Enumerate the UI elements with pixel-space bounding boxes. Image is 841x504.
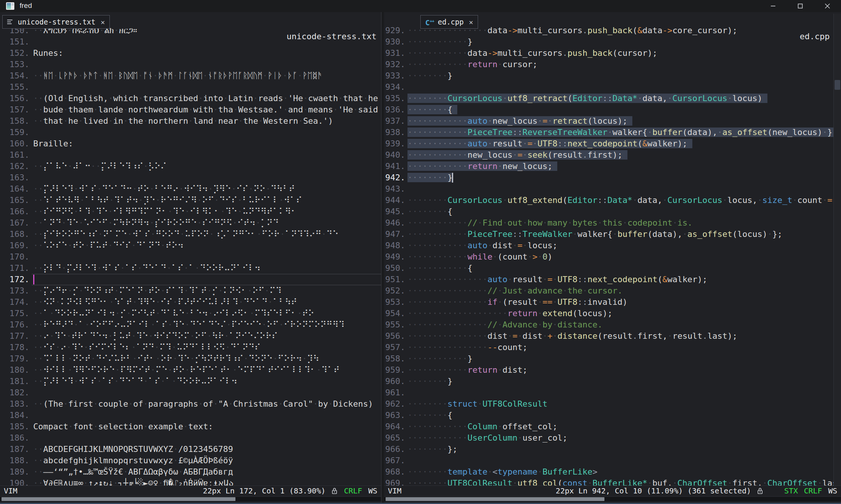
code-line[interactable]: 166.··⠎⠊⠛⠝⠫·⠃⠹·⠹⠑·⠊⠇⠻⠛⠹⠍⠁⠝⠂·⠹⠑·⠊⠇⠻⠅⠂·⠹⠑·… [0,206,381,217]
code-line[interactable]: 168.··⡎⠊⠗⠕⠕⠛⠑⠰⠎·⠝⠁⠍⠑·⠺⠁⠎·⠛⠕⠕⠙·⠥⠏⠕⠝·⠰⡡⠁⠝⠛… [0,229,381,240]
code-line[interactable]: 153. [0,59,381,70]
minimize-button[interactable] [760,0,787,12]
code-line[interactable]: 180.··⠺⠊⠇⠇·⠹⠻⠑⠋⠕⠗⠑·⠏⠻⠍⠊⠞·⠍⠑·⠞⠕·⠗⠑⠏⠑⠁⠞⠂·⠑… [0,364,381,376]
code-line[interactable]: 174.··⠪⠝·⠅⠝⠪⠇⠫⠛⠑⠂·⠱⠁⠞·⠹⠻⠑·⠊⠎·⠏⠜⠞⠊⠊⠥⠇⠜⠇⠹·… [0,297,381,308]
code-line[interactable]: 945.········{ [384,206,841,217]
code-line[interactable]: 165.··⠱⠁⠞⠑⠧⠻·⠁⠃⠳⠞·⠹⠁⠞⠲·⡹⠑·⠗⠑⠛⠊⠌⠻·⠕⠋·⠙⠊⠎·… [0,195,381,206]
code-line[interactable]: 959.············return·dist; [384,364,841,376]
code-line[interactable]: 158.··that·he·lived·in·the·northern·land… [0,115,381,127]
close-button[interactable] [814,0,841,12]
code-line[interactable]: 167.··⠁⠝⠙·⠹⠑·⠡⠊⠑⠋·⠍⠳⠗⠝⠻⠲·⡎⠊⠗⠕⠕⠛⠑·⠎⠊⠛⠝⠫·⠊… [0,217,381,229]
code-line[interactable]: 968.········template·<typename·BufferLik… [384,466,841,478]
code-line[interactable]: 949.············while·(count·>·0) [384,251,841,263]
tab-close-icon[interactable]: ✕ [469,18,473,26]
right-hscroll-thumb[interactable] [386,497,604,501]
code-line[interactable]: 961. [384,387,841,398]
code-line[interactable]: 931.············data->multi_cursors.push… [384,48,841,59]
tab-close-icon[interactable]: ✕ [101,18,105,26]
code-line[interactable]: 941.············return·new_locus; [384,161,841,172]
code-line[interactable]: 173.··⡍⠔⠙⠖·⡊·⠙⠕⠝⠰⠞·⠍⠑⠁⠝·⠞⠕·⠎⠁⠹·⠹⠁⠞·⡊·⠅⠝⠪… [0,285,381,297]
code-line[interactable]: 177.··⠔·⠹⠑·⠞⠗⠁⠙⠑⠲·⡃⠥⠞·⠹⠑·⠺⠊⠎⠙⠕⠍·⠕⠋·⠳⠗·⠁⠝… [0,330,381,342]
code-line[interactable]: 188.··abcdefghijklmnopqrstuvwxyz·£©µÀÆÖÞ… [0,455,381,466]
code-line[interactable]: 948.············auto·dist·=·locus; [384,240,841,251]
code-line[interactable]: 155. [0,81,381,93]
code-line[interactable]: 955.················//·Advance·by·distan… [384,319,841,330]
code-line[interactable]: 935.········CursorLocus·utf8_retract(Edi… [384,93,841,104]
code-line[interactable]: 932.············return·cursor; [384,59,841,70]
code-line[interactable]: 185.Compact·font·selection·example·text: [0,421,381,432]
title-bar[interactable]: fred [0,0,841,12]
code-line[interactable]: 943. [384,183,841,195]
line-text: ········} [407,70,841,81]
code-line[interactable]: 182. [0,387,381,398]
code-line[interactable]: 942.········} [384,172,841,183]
code-line[interactable]: 936.········{ [384,104,841,115]
code-line[interactable]: 957.················--count; [384,342,841,353]
code-line[interactable]: 938.············PieceTree::ReverseTreeWa… [384,127,841,138]
code-line[interactable]: 934. [384,81,841,93]
code-line[interactable]: 154.··ᚻᛖ·ᚳᚹᚫᚦ·ᚦᚫᛏ·ᚻᛖ·ᛒᚢᛞᛖ·ᚩᚾ·ᚦᚫᛗ·ᛚᚪᚾᛞᛖ·ᚾ… [0,70,381,81]
left-horizontal-scrollbar[interactable] [0,496,381,501]
code-line[interactable]: 175.··⠁·⠙⠕⠕⠗⠤⠝⠁⠊⠇⠲·⡊·⠍⠊⠣⠞·⠙⠁⠧⠑·⠃⠑⠲·⠔⠊⠇⠔⠫… [0,308,381,319]
right-editor-pane[interactable]: C++ ed.cpp ✕ ed.cpp 929.················… [384,12,841,503]
code-line[interactable]: 189.··–—‘“”„†•…‰™œŠŸž€·ΑΒΓΔΩαβγδω·АБВГДа… [0,466,381,478]
code-line[interactable]: 161. [0,149,381,161]
code-line[interactable]: 951.················auto·result·=·UTF8::… [384,274,841,285]
code-line[interactable]: 954.····················return·extend(lo… [384,308,841,319]
code-line[interactable]: 947.············PieceTree::TreeWalker·wa… [384,229,841,240]
code-line[interactable]: 181.··⡍⠜⠇⠑⠹·⠺⠁⠎·⠁⠎·⠙⠑⠁⠙·⠁⠎·⠁·⠙⠕⠕⠗⠤⠝⠁⠊⠇⠲ [0,376,381,387]
code-line[interactable]: 967. [384,455,841,466]
code-line[interactable]: 178.··⠊⠎·⠔·⠹⠑·⠎⠊⠍⠊⠇⠑⠆·⠁⠝⠙·⠍⠹·⠥⠝⠙⠁⠇⠇⠪⠫·⠙⠁… [0,342,381,353]
line-text: ··ABCDEFGHIJKLMNOPQRSTUVWXYZ·/0123456789 [33,444,381,455]
code-line[interactable]: 184. [0,410,381,421]
code-line[interactable]: 179.··⠩⠁⠇⠇·⠝⠕⠞·⠙⠊⠌⠥⠗⠃·⠊⠞⠂·⠕⠗·⠹⠑·⡊⠳⠝⠞⠗⠹⠰⠎… [0,353,381,364]
code-line[interactable]: 969.········UTF8ColResult·utf8_col(const… [384,478,841,486]
right-code-area[interactable]: 929.················data->multi_cursors.… [384,12,841,486]
code-line[interactable]: 960.········} [384,376,841,387]
code-line[interactable]: 157.··bude·thaem·lande·northweardum·with… [0,104,381,115]
code-line[interactable]: 956.················dist·=·dist·+·distan… [384,330,841,342]
code-line[interactable]: 190.··∀∂∈ℝ∧∪≡∞·↑↗↨↻⇣·┐┼╔╘░►☺♀·ﬁ�⑀₂ἠḂӥẄɐː… [0,478,381,486]
code-line[interactable]: 162.··⡌⠁⠧⠑·⠼⠁⠒··⡍⠜⠇⠑⠹⠰⠎·⡣⠕⠌ [0,161,381,172]
code-line[interactable]: 964.············Column·offset_col; [384,421,841,432]
right-vertical-scrollbar[interactable] [833,14,841,486]
left-hscroll-thumb[interactable] [2,497,235,501]
code-line[interactable]: 962.········struct·UTF8ColResult [384,398,841,410]
code-line[interactable]: 170. [0,251,381,263]
right-vscroll-thumb[interactable] [835,80,840,90]
code-line[interactable]: 186. [0,432,381,444]
code-line[interactable]: 169.··⠡⠕⠎⠑·⠞⠕·⠏⠥⠞·⠙⠊⠎·⠙⠁⠝⠙·⠞⠕⠲ [0,240,381,251]
code-line[interactable]: 183.··(The·first·couple·of·paragraphs·of… [0,398,381,410]
code-line[interactable]: 946.············//·Find·out·how·many·byt… [384,217,841,229]
left-code-area[interactable]: 150.··እግርህን·በፍራሽህ·ልክ·ዘርጋ።151.152.Runes:1… [0,12,381,486]
code-line[interactable]: 953.················if·(result·==·UTF8::… [384,297,841,308]
code-line[interactable]: 939.············auto·result·=·UTF8::next… [384,138,841,149]
code-line[interactable]: 172. [0,274,381,285]
code-line[interactable]: 152.Runes: [0,48,381,59]
line-number: 163. [0,172,29,183]
code-line[interactable]: 164.··⡍⠜⠇⠑⠹·⠺⠁⠎·⠙⠑⠁⠙⠒·⠞⠕·⠃⠑⠛⠔·⠺⠊⠹⠲·⡹⠻⠑·⠊… [0,183,381,195]
code-line[interactable]: 156.··(Old·English,·which·transcribed·in… [0,93,381,104]
tab-ed-cpp[interactable]: C++ ed.cpp ✕ [420,15,478,29]
code-line[interactable]: 930.············} [384,36,841,48]
code-line[interactable]: 176.··⠗⠑⠛⠜⠙·⠁·⠊⠕⠋⠋⠔⠤⠝⠁⠊⠇·⠁⠎·⠹⠑·⠙⠑⠁⠙⠑⠌·⠏⠊… [0,319,381,330]
code-line[interactable]: 171.··⡕⠇⠙·⡍⠜⠇⠑⠹·⠺⠁⠎·⠁⠎·⠙⠑⠁⠙·⠁⠎·⠁·⠙⠕⠕⠗⠤⠝⠁… [0,263,381,274]
right-horizontal-scrollbar[interactable] [384,496,841,501]
left-editor-pane[interactable]: unicode-stress.txt ✕ unicode-stress.txt … [0,12,381,503]
code-line[interactable]: 958.············} [384,353,841,364]
code-line[interactable]: 159. [0,127,381,138]
code-line[interactable]: 944.········CursorLocus·utf8_extend(Edit… [384,195,841,206]
code-line[interactable]: 940.············new_locus·=·seek(result.… [384,149,841,161]
code-line[interactable]: 933.········} [384,70,841,81]
code-line[interactable]: 952.················//·Just·advance·the·… [384,285,841,297]
code-line[interactable]: 937.············auto·new_locus·=·retract… [384,115,841,127]
code-line[interactable]: 950.············{ [384,263,841,274]
code-line[interactable]: 963.········{ [384,410,841,421]
code-line[interactable]: 965.············UserColumn·user_col; [384,432,841,444]
maximize-button[interactable] [787,0,814,12]
code-line[interactable]: 160.Braille: [0,138,381,149]
code-line[interactable]: 187.··ABCDEFGHIJKLMNOPQRSTUVWXYZ·/012345… [0,444,381,455]
code-line[interactable]: 163. [0,172,381,183]
code-line[interactable]: 966.········}; [384,444,841,455]
tab-unicode-stress-txt[interactable]: unicode-stress.txt ✕ [2,15,110,29]
